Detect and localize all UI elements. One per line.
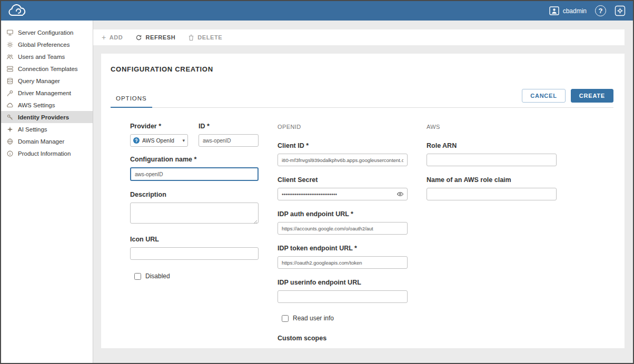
form-actions: CANCEL CREATE <box>522 89 613 103</box>
globe-icon <box>6 138 14 145</box>
icon-url-label: Icon URL <box>130 236 259 243</box>
sidebar-label: AWS Settings <box>18 102 55 108</box>
gear-icon <box>6 41 14 48</box>
read-user-info-label: Read user info <box>293 315 334 322</box>
configuration-name-label: Configuration name * <box>130 156 259 163</box>
sidebar-label: Global Preferences <box>18 42 70 48</box>
sidebar-label: Domain Manager <box>18 138 64 145</box>
read-user-info-checkbox[interactable] <box>282 315 289 322</box>
settings-icon <box>615 5 626 16</box>
client-id-label: Client ID * <box>278 142 408 149</box>
id-label: ID * <box>199 123 259 130</box>
user-menu[interactable]: cbadmin <box>549 6 587 15</box>
admin-sidebar: Server Configuration Global Preferences … <box>1 21 93 363</box>
topbar-actions: cbadmin ? <box>549 5 626 16</box>
eye-icon <box>397 191 404 197</box>
database-icon <box>6 77 14 85</box>
configuration-creation-card: CONFIGURATION CREATION OPTIONS CANCEL CR… <box>101 54 625 348</box>
sidebar-item-domain-manager[interactable]: Domain Manager <box>1 135 93 147</box>
cloud-logo-icon <box>7 4 27 18</box>
disabled-label: Disabled <box>145 272 170 280</box>
chevron-down-icon: ▾ <box>182 138 185 143</box>
app-window: cbadmin ? Server Configuration Global Pr… <box>0 0 634 364</box>
sparkle-icon <box>6 126 14 133</box>
settings-button[interactable] <box>615 5 626 16</box>
provider-value: AWS OpenId <box>142 137 174 144</box>
show-password-button[interactable] <box>397 191 404 197</box>
form-column-general: Provider * AWS OpenId ▾ ID * <box>130 123 259 280</box>
tabs-row: OPTIONS CANCEL CREATE <box>111 89 613 108</box>
aws-section-header: AWS <box>427 124 557 130</box>
refresh-button[interactable]: REFRESH <box>135 34 175 41</box>
idp-auth-endpoint-label: IDP auth endpoint URL * <box>278 210 408 218</box>
openid-icon <box>133 137 140 144</box>
username: cbadmin <box>563 7 587 15</box>
sidebar-item-global-preferences[interactable]: Global Preferences <box>1 38 93 50</box>
idp-token-endpoint-label: IDP token endpoint URL * <box>278 245 408 252</box>
client-id-input[interactable] <box>278 154 408 166</box>
help-button[interactable]: ? <box>595 5 606 16</box>
users-icon <box>6 53 14 60</box>
icon-url-input[interactable] <box>130 247 259 260</box>
create-button[interactable]: CREATE <box>571 89 613 103</box>
templates-icon <box>6 65 14 73</box>
disabled-checkbox[interactable] <box>134 273 141 280</box>
provider-select[interactable]: AWS OpenId ▾ <box>130 134 188 147</box>
idp-auth-endpoint-input[interactable] <box>278 222 408 235</box>
sidebar-label: Identity Providers <box>18 114 69 120</box>
id-input[interactable] <box>199 134 259 147</box>
list-toolbar: + ADD REFRESH DELETE <box>93 29 625 45</box>
aws-role-claim-input[interactable] <box>427 188 557 200</box>
idp-token-endpoint-input[interactable] <box>278 256 408 269</box>
form-column-aws: AWS Role ARN Name of an AWS role claim <box>427 123 557 210</box>
info-icon <box>6 150 14 157</box>
plus-icon: + <box>102 34 106 41</box>
provider-label: Provider * <box>130 123 188 130</box>
trash-icon <box>188 34 194 41</box>
sidebar-item-query-manager[interactable]: Query Manager <box>1 75 93 87</box>
cloud-icon <box>6 102 14 109</box>
delete-button[interactable]: DELETE <box>188 34 222 41</box>
sidebar-item-driver-management[interactable]: Driver Management <box>1 87 93 99</box>
refresh-icon <box>135 34 142 41</box>
server-icon <box>6 29 14 36</box>
idp-userinfo-endpoint-label: IDP userinfo endpoint URL <box>278 279 408 286</box>
sidebar-label: Product Information <box>18 150 71 157</box>
custom-scopes-label: Custom scopes <box>278 335 408 342</box>
sidebar-item-users-and-teams[interactable]: Users and Teams <box>1 50 93 63</box>
idp-userinfo-endpoint-input[interactable] <box>278 290 408 303</box>
sidebar-item-server-configuration[interactable]: Server Configuration <box>1 26 93 38</box>
configuration-form: Provider * AWS OpenId ▾ ID * <box>111 108 613 342</box>
main-area: + ADD REFRESH DELETE CONFIGURATION CREAT… <box>93 21 633 363</box>
page-title: CONFIGURATION CREATION <box>111 54 613 73</box>
sidebar-label: Connection Templates <box>18 66 78 72</box>
sidebar-label: Driver Management <box>18 90 71 96</box>
wrench-icon <box>6 89 14 97</box>
add-button[interactable]: + ADD <box>102 34 123 41</box>
role-arn-label: Role ARN <box>427 142 557 149</box>
form-column-openid: OPENID Client ID * Client Secret <box>278 123 408 342</box>
sidebar-label: Users and Teams <box>18 54 65 60</box>
tab-options[interactable]: OPTIONS <box>111 95 152 108</box>
description-input[interactable] <box>130 203 259 224</box>
sidebar-item-ai-settings[interactable]: AI Settings <box>1 123 93 135</box>
aws-role-claim-label: Name of an AWS role claim <box>427 176 557 184</box>
role-arn-input[interactable] <box>427 154 557 166</box>
user-icon <box>549 6 559 15</box>
top-bar: cbadmin ? <box>1 1 633 21</box>
sidebar-label: AI Settings <box>18 126 47 133</box>
client-secret-label: Client Secret <box>278 176 408 184</box>
key-icon <box>6 114 14 121</box>
sidebar-item-identity-providers[interactable]: Identity Providers <box>1 111 93 123</box>
sidebar-item-aws-settings[interactable]: AWS Settings <box>1 99 93 111</box>
openid-section-header: OPENID <box>278 124 408 130</box>
description-label: Description <box>130 191 259 198</box>
sidebar-item-product-information[interactable]: Product Information <box>1 147 93 159</box>
sidebar-label: Server Configuration <box>18 29 73 36</box>
cancel-button[interactable]: CANCEL <box>522 89 566 103</box>
configuration-name-input[interactable] <box>130 167 259 181</box>
client-secret-input[interactable] <box>278 188 408 200</box>
app-logo[interactable] <box>7 4 27 18</box>
sidebar-item-connection-templates[interactable]: Connection Templates <box>1 63 93 75</box>
sidebar-label: Query Manager <box>18 78 60 84</box>
